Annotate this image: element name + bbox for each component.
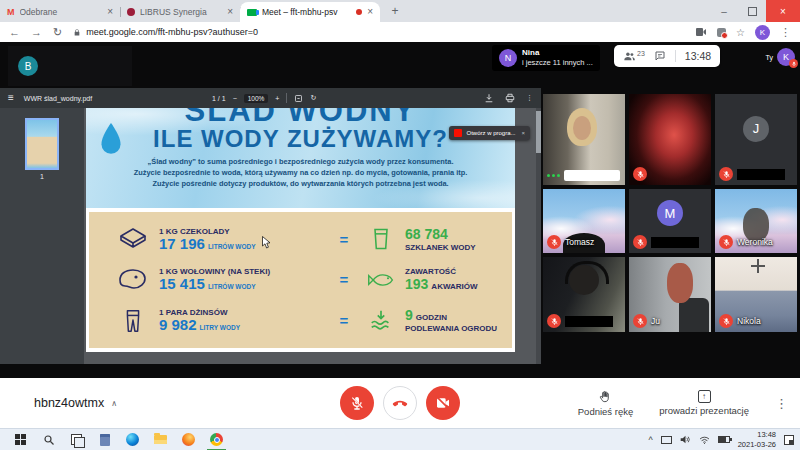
hang-up-button[interactable] bbox=[383, 386, 417, 420]
close-tab-icon[interactable]: × bbox=[367, 7, 373, 17]
task-view-icon-back bbox=[74, 437, 85, 448]
divider bbox=[675, 50, 676, 62]
video-tile-m[interactable]: M bbox=[629, 189, 711, 253]
meet-clock: 13:48 bbox=[685, 50, 711, 62]
self-avatar-wrap[interactable]: K bbox=[777, 48, 795, 66]
forward-icon[interactable]: → bbox=[31, 27, 42, 38]
camera-in-use-icon[interactable] bbox=[695, 27, 707, 37]
taskbar-clock[interactable]: 13:48 2021-03-26 bbox=[738, 430, 776, 450]
battery-icon[interactable] bbox=[718, 436, 730, 443]
raise-hand-button[interactable]: Podnieś rękę bbox=[578, 390, 633, 417]
screen: M Odebrane × LIBRUS Synergia × Meet – ff… bbox=[0, 0, 800, 450]
mic-toggle-button[interactable] bbox=[340, 386, 374, 420]
self-indicator: Ty K bbox=[766, 48, 795, 66]
taskbar-chrome-active[interactable] bbox=[209, 432, 224, 447]
taskbar-search-button[interactable] bbox=[41, 432, 56, 447]
folder-icon bbox=[154, 435, 167, 444]
fit-page-icon[interactable] bbox=[294, 94, 303, 103]
video-tile-ju[interactable]: Ju bbox=[629, 257, 711, 332]
participants-button[interactable]: 23 bbox=[623, 50, 645, 63]
back-icon[interactable]: ← bbox=[9, 27, 20, 38]
close-tab-icon[interactable]: × bbox=[107, 7, 113, 17]
tab-gmail-odebrane[interactable]: M Odebrane × bbox=[0, 2, 120, 22]
page-thumbnail[interactable] bbox=[25, 118, 59, 170]
equivalent-text: 9GODZIN PODLEWANIA OGRODU bbox=[405, 307, 497, 333]
item-unit: LITRY WODY bbox=[200, 324, 240, 331]
calculator-icon bbox=[100, 434, 110, 446]
equivalent-text: ZAWARTOŚĆ 193AKWARIÓW bbox=[405, 267, 478, 293]
participant-avatar: J bbox=[743, 116, 769, 142]
rotate-icon[interactable]: ↻ bbox=[310, 94, 316, 102]
video-tile-j[interactable]: J bbox=[715, 94, 797, 185]
firefox-icon bbox=[182, 433, 195, 446]
pdf-viewer: 1 ŚLAD WODNY ILE WODY ZUŻYWAMY? „Ślad wo… bbox=[0, 108, 541, 364]
network-icon[interactable] bbox=[699, 435, 710, 445]
pdf-scrollbar[interactable] bbox=[536, 108, 541, 364]
display-tray-icon[interactable] bbox=[661, 436, 672, 444]
present-screen-icon: ↑ bbox=[698, 390, 711, 403]
video-tile-tomasz[interactable]: Tomasz bbox=[543, 189, 625, 253]
bookmark-star-icon[interactable]: ☆ bbox=[736, 27, 745, 38]
video-tile-weronika[interactable]: Weronika bbox=[715, 189, 797, 253]
participant-name: Ju bbox=[651, 316, 660, 326]
raise-hand-label: Podnieś rękę bbox=[578, 406, 633, 417]
meet-control-bar: hbnz4owtmx ∧ Podnieś rękę bbox=[0, 378, 800, 428]
browser-profile-avatar[interactable]: K bbox=[755, 25, 770, 40]
extension-badge-icon[interactable] bbox=[717, 28, 726, 37]
pdf-menu-icon[interactable]: ⋮ bbox=[526, 94, 533, 102]
tab-librus-synergia[interactable]: LIBRUS Synergia × bbox=[120, 2, 240, 22]
chat-icon[interactable] bbox=[654, 50, 666, 62]
camera-toggle-button[interactable] bbox=[426, 386, 460, 420]
video-tile-nikola[interactable]: Nikola bbox=[715, 257, 797, 332]
action-center-icon[interactable] bbox=[784, 435, 794, 445]
dismiss-icon[interactable]: × bbox=[521, 130, 525, 136]
maximize-button[interactable] bbox=[738, 0, 766, 22]
print-icon[interactable] bbox=[505, 93, 515, 103]
zoom-out-icon[interactable]: − bbox=[233, 95, 237, 102]
start-button[interactable] bbox=[13, 432, 28, 447]
browser-menu-icon[interactable]: ⋮ bbox=[780, 26, 791, 39]
download-icon[interactable] bbox=[484, 93, 494, 103]
equivalent-value: 9 bbox=[405, 307, 413, 324]
video-tile-boy[interactable] bbox=[543, 257, 625, 332]
reload-icon[interactable]: ↻ bbox=[53, 27, 62, 38]
participant-strip-tile[interactable]: B bbox=[8, 46, 132, 86]
minimize-button[interactable]: – bbox=[710, 0, 738, 22]
url-field[interactable]: meet.google.com/fft-mbhu-psv?authuser=0 bbox=[73, 27, 258, 37]
close-window-button[interactable]: × bbox=[766, 0, 800, 22]
edge-icon bbox=[126, 433, 139, 446]
tab-meet-active[interactable]: Meet – fft-mbhu-psv × bbox=[240, 2, 380, 22]
presenting-indicator[interactable]: ↑ prowadzi prezentację bbox=[659, 390, 749, 416]
taskbar-firefox[interactable] bbox=[181, 432, 196, 447]
close-tab-icon[interactable]: × bbox=[227, 7, 233, 17]
tray-expand-icon[interactable]: ^ bbox=[648, 435, 652, 445]
you-label: Ty bbox=[766, 54, 773, 61]
zoom-level[interactable]: 100% bbox=[244, 94, 269, 103]
pdf-filename: WWR ślad_wodny.pdf bbox=[24, 95, 92, 102]
mouse-cursor bbox=[262, 236, 271, 249]
name-label-redacted bbox=[737, 169, 785, 180]
speaker-icon[interactable] bbox=[680, 434, 691, 445]
mic-muted-icon bbox=[719, 235, 733, 249]
sidebar-toggle-icon[interactable]: ≡ bbox=[8, 93, 14, 103]
video-tile-teacher[interactable] bbox=[543, 94, 625, 185]
chrome-icon bbox=[210, 433, 223, 446]
pdf-toolbar-right: ⋮ bbox=[484, 93, 533, 103]
window-controls: – × bbox=[710, 0, 800, 22]
video-tile-nebula[interactable] bbox=[629, 94, 711, 185]
equals-sign: = bbox=[325, 231, 363, 248]
taskbar-edge[interactable] bbox=[125, 432, 140, 447]
participants-summary-pill[interactable]: N Nina i jeszcze 11 innych ... bbox=[492, 45, 600, 71]
task-view-button[interactable] bbox=[69, 432, 84, 447]
taskbar-calculator[interactable] bbox=[97, 432, 112, 447]
new-tab-button[interactable]: + bbox=[386, 2, 404, 20]
more-options-icon[interactable]: ⋮ bbox=[775, 396, 788, 411]
host-avatar: N bbox=[499, 49, 517, 67]
participant-name: Nikola bbox=[737, 316, 761, 326]
taskbar-file-explorer[interactable] bbox=[153, 432, 168, 447]
open-in-app-button[interactable]: Otwórz w progra... × bbox=[449, 126, 530, 140]
participant-count: 23 bbox=[637, 50, 645, 57]
item-unit: LITRÓW WODY bbox=[208, 283, 256, 290]
zoom-in-icon[interactable]: + bbox=[275, 95, 279, 102]
scrollbar-thumb[interactable] bbox=[536, 111, 541, 153]
